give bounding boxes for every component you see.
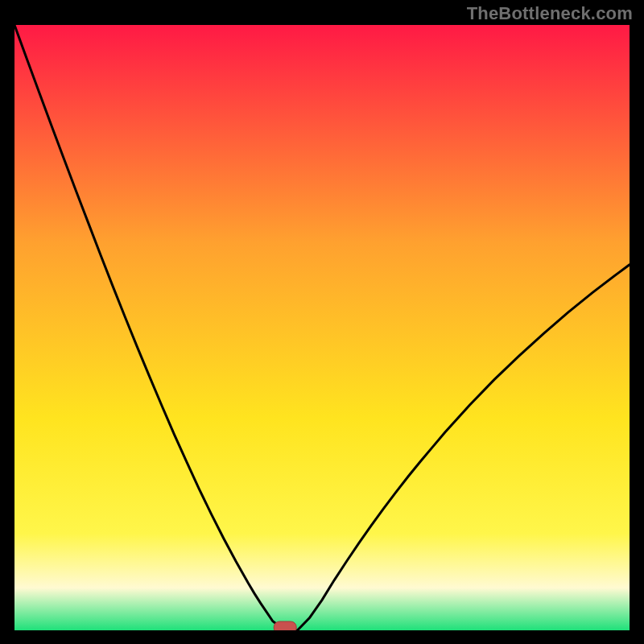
plot-area [14, 25, 630, 630]
optimal-point-marker [274, 621, 296, 630]
chart-svg [14, 25, 630, 630]
gradient-background [14, 25, 630, 630]
chart-frame: TheBottleneck.com [0, 0, 644, 644]
watermark-text: TheBottleneck.com [467, 3, 633, 24]
